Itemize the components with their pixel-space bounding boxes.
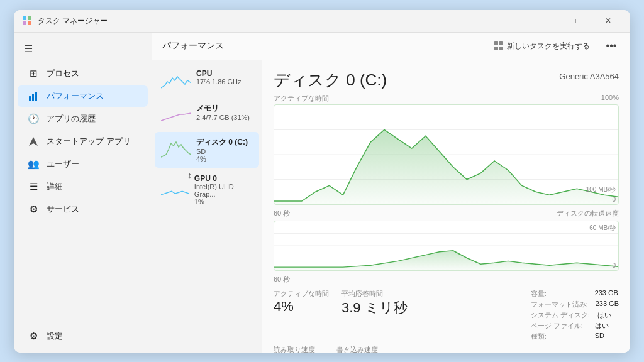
- panel-actions: 新しいタスクを実行する •••: [489, 37, 620, 55]
- sidebar-bottom: ⚙ 設定: [14, 321, 152, 348]
- main-window: タスク マネージャー — □ ✕ ☰ ⊞ プロセス: [14, 10, 630, 353]
- disk0-mini-chart: [161, 137, 191, 160]
- formatted-label: フォーマット済み:: [531, 300, 588, 309]
- sidebar-item-processes[interactable]: ⊞ プロセス: [18, 63, 148, 84]
- minimize-button[interactable]: —: [533, 10, 562, 33]
- sidebar-item-settings[interactable]: ⚙ 設定: [18, 326, 148, 347]
- disk-transfer-chart-small: 60 MB/秒 0: [274, 221, 619, 271]
- startup-icon: [28, 136, 39, 147]
- panel-header: パフォーマンス 新しいタスクを実行する •••: [152, 33, 630, 60]
- panel-title: パフォーマンス: [162, 40, 489, 52]
- system-disk-value: はい: [597, 310, 611, 320]
- close-button[interactable]: ✕: [594, 10, 623, 33]
- gpu0-name: GPU 0: [194, 174, 253, 183]
- active-time-value: 4%: [274, 299, 329, 315]
- gpu0-mini-chart: [161, 174, 189, 197]
- app-history-icon: 🕐: [28, 113, 39, 124]
- cpu-name: CPU: [196, 69, 242, 78]
- hundred-percent-label: 100%: [601, 94, 619, 103]
- cpu-item-header: CPU 17% 1.86 GHz: [161, 69, 253, 92]
- panel-body: CPU 17% 1.86 GHz メモリ: [152, 60, 630, 353]
- stat-read-speed: 読み取り速度 229 KB/秒: [274, 345, 324, 353]
- main-content: ☰ ⊞ プロセス パフォーマンス 🕐 アプリの履歴: [14, 33, 630, 353]
- page-file-label: ページ ファイル:: [531, 321, 587, 331]
- memory-sub: 2.4/7.7 GB (31%): [196, 114, 250, 121]
- users-icon: 👥: [28, 158, 39, 170]
- type-value: SD: [595, 332, 604, 341]
- memory-info: メモリ 2.4/7.7 GB (31%): [196, 103, 250, 121]
- right-panel: パフォーマンス 新しいタスクを実行する •••: [152, 33, 630, 353]
- new-task-icon: [494, 41, 503, 50]
- cpu-mini-chart: [161, 69, 191, 92]
- more-button[interactable]: •••: [602, 37, 620, 55]
- sidebar-item-label: パフォーマンス: [47, 90, 104, 102]
- speed-stats-row: 読み取り速度 229 KB/秒 書き込み速度 2.9 MB/秒: [274, 345, 619, 353]
- window-controls: — □ ✕: [533, 10, 623, 33]
- formatted-value: 233 GB: [596, 300, 619, 309]
- disk0-item-header: ディスク 0 (C:) SD 4%: [161, 137, 253, 163]
- right-stats: 容量: 233 GB フォーマット済み: 233 GB システム ディスク: は…: [531, 289, 619, 341]
- chart-zero-label: 0: [612, 196, 616, 203]
- page-file-value: はい: [595, 321, 609, 331]
- sidebar-item-services[interactable]: ⚙ サービス: [18, 199, 148, 220]
- chart-labels-bottom2: 60 秒: [274, 275, 619, 284]
- svg-rect-3: [28, 21, 31, 25]
- svg-rect-4: [29, 96, 31, 101]
- detail-title: ディスク 0 (C:): [274, 69, 387, 91]
- sidebar-item-details[interactable]: ☰ 詳細: [18, 176, 148, 197]
- stat-page-file: ページ ファイル: はい: [531, 321, 619, 331]
- sixty-sec-label: 60 秒: [274, 209, 290, 218]
- read-speed-label: 読み取り速度: [274, 345, 324, 353]
- sidebar-item-label: 詳細: [47, 181, 63, 192]
- sixty-sec2-label: 60 秒: [274, 275, 290, 284]
- svg-rect-6: [35, 92, 37, 101]
- memory-name: メモリ: [196, 103, 250, 114]
- disk-chart-small-svg: [274, 221, 618, 270]
- perf-item-gpu0[interactable]: GPU 0 Intel(R) UHD Grap... 1% ↕: [155, 169, 259, 211]
- memory-mini-chart: [161, 103, 191, 126]
- app-icon: [21, 15, 33, 26]
- response-time-label: 平均応答時間: [341, 289, 408, 299]
- perf-item-cpu[interactable]: CPU 17% 1.86 GHz: [155, 64, 259, 97]
- svg-rect-7: [494, 41, 498, 45]
- svg-rect-2: [23, 21, 26, 25]
- gpu0-sub2: 1%: [194, 198, 253, 206]
- perf-item-memory[interactable]: メモリ 2.4/7.7 GB (31%): [155, 98, 259, 131]
- chart-sixty-mb-label: 60 MB/秒: [589, 224, 616, 233]
- cpu-info: CPU 17% 1.86 GHz: [196, 69, 242, 85]
- response-time-value: 3.9 ミリ秒: [341, 299, 408, 317]
- sidebar-item-users[interactable]: 👥 ユーザー: [18, 153, 148, 175]
- chart-mb-label: 100 MB/秒: [586, 185, 616, 194]
- disk0-name: ディスク 0 (C:): [196, 137, 248, 148]
- active-time-chart-label: アクティブな時間: [274, 94, 329, 103]
- chart-zero2-label: 0: [612, 262, 616, 269]
- svg-rect-9: [494, 47, 498, 50]
- performance-icon: [28, 90, 39, 102]
- stat-response-time: 平均応答時間 3.9 ミリ秒: [341, 289, 408, 341]
- sidebar-item-label: 設定: [47, 331, 63, 342]
- sidebar-item-app-history[interactable]: 🕐 アプリの履歴: [18, 108, 148, 129]
- perf-item-disk0[interactable]: ディスク 0 (C:) SD 4%: [155, 132, 259, 168]
- new-task-button[interactable]: 新しいタスクを実行する: [489, 38, 595, 54]
- sidebar-item-startup[interactable]: スタートアップ アプリ: [18, 131, 148, 152]
- stat-formatted: フォーマット済み: 233 GB: [531, 300, 619, 309]
- active-time-label: アクティブな時間: [274, 289, 329, 299]
- disk-chart-svg: [274, 105, 618, 204]
- svg-rect-5: [32, 94, 34, 101]
- disk0-sub2: 4%: [196, 155, 248, 163]
- hamburger-menu[interactable]: ☰: [14, 38, 152, 60]
- sidebar-item-label: プロセス: [47, 68, 79, 79]
- type-label: 種類:: [531, 332, 587, 341]
- processes-icon: ⊞: [28, 68, 39, 79]
- memory-item-header: メモリ 2.4/7.7 GB (31%): [161, 103, 253, 126]
- new-task-label: 新しいタスクを実行する: [507, 41, 590, 52]
- gpu0-info: GPU 0 Intel(R) UHD Grap... 1%: [194, 174, 253, 206]
- maximize-button[interactable]: □: [564, 10, 592, 33]
- sidebar-item-label: スタートアップ アプリ: [47, 136, 131, 147]
- svg-rect-10: [499, 47, 503, 50]
- sidebar-item-performance[interactable]: パフォーマンス: [18, 85, 148, 107]
- perf-list: CPU 17% 1.86 GHz メモリ: [152, 60, 262, 353]
- gpu0-sub1: Intel(R) UHD Grap...: [194, 183, 253, 198]
- details-icon: ☰: [28, 181, 39, 192]
- stat-type: 種類: SD: [531, 332, 619, 341]
